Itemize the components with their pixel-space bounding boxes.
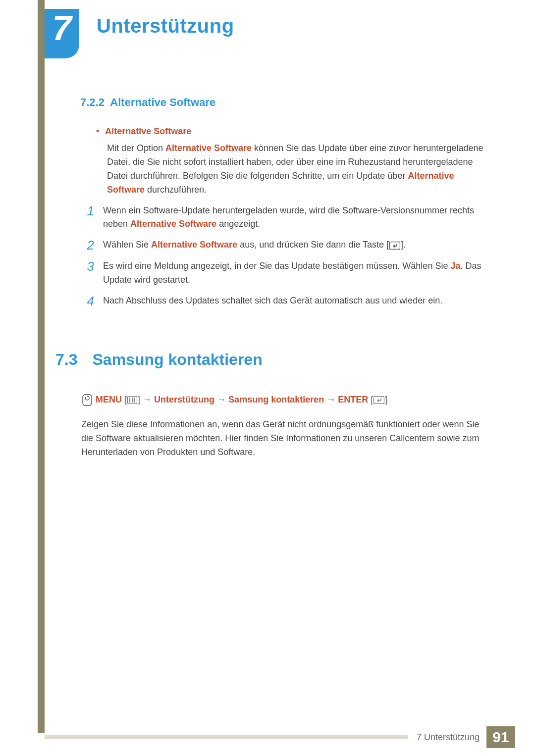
bullet-heading: Alternative Software [105, 125, 191, 139]
intro-paragraph: Mit der Option Alternative Software könn… [107, 142, 491, 197]
remote-icon [82, 394, 93, 406]
step-text: Wählen Sie Alternative Software aus, und… [103, 238, 491, 252]
emphasis-ja: Ja [450, 261, 460, 271]
footer-page-number: 91 [486, 726, 515, 748]
step-text: Nach Abschluss des Updates schaltet sich… [103, 294, 491, 308]
step-text: Wenn ein Software-Update heruntergeladen… [103, 204, 491, 232]
step-2: 2 Wählen Sie Alternative Software aus, u… [83, 238, 491, 252]
path-enter: ENTER [338, 395, 368, 404]
footer: 7 Unterstützung 91 [45, 726, 515, 748]
step-4: 4 Nach Abschluss des Updates schaltet si… [83, 294, 491, 308]
bullet-dot-icon: • [96, 127, 99, 136]
path-menu: MENU [96, 395, 122, 404]
step-1: 1 Wenn ein Software-Update heruntergelad… [83, 204, 491, 232]
section-number: 7.3 [55, 348, 77, 372]
section-heading-73: 7.3 Samsung kontaktieren [55, 348, 491, 372]
step-number: 1 [83, 204, 94, 218]
step-text: Es wird eine Meldung angezeigt, in der S… [103, 259, 491, 287]
menu-icon [127, 396, 137, 404]
enter-icon [389, 242, 400, 250]
step-3: 3 Es wird eine Meldung angezeigt, in der… [83, 259, 491, 287]
chapter-tab: 7 [45, 9, 79, 58]
section-title: Alternative Software [110, 96, 215, 108]
menu-path: MENU [] → Unterstützung → Samsung kontak… [81, 393, 491, 407]
chapter-number: 7 [53, 11, 72, 46]
enter-icon [374, 396, 384, 404]
svg-rect-0 [390, 242, 400, 249]
emphasis-alternative-software: Alternative Software [130, 219, 216, 229]
footer-label: 7 Unterstützung [408, 732, 486, 743]
emphasis-alternative-software: Alternative Software [165, 143, 252, 153]
path-unterstuetzung: Unterstützung [154, 395, 214, 404]
section-title: Samsung kontaktieren [92, 348, 262, 372]
svg-rect-6 [374, 397, 384, 404]
page-content: 7.2.2 Alternative Software • Alternative… [55, 94, 491, 459]
path-samsung-kontaktieren: Samsung kontaktieren [228, 395, 324, 404]
section-heading-722: 7.2.2 Alternative Software [80, 94, 491, 111]
step-number: 4 [83, 294, 94, 308]
footer-divider [45, 735, 408, 739]
emphasis-alternative-software: Alternative Software [151, 240, 237, 250]
chapter-title: Unterstützung [97, 15, 234, 37]
section-73-body: Zeigen Sie diese Informationen an, wenn … [81, 418, 491, 459]
section-number: 7.2.2 [80, 96, 105, 108]
step-number: 2 [83, 238, 94, 252]
step-number: 3 [83, 259, 94, 274]
sidebar-strip [38, 0, 45, 733]
bullet-alternative-software: • Alternative Software [96, 125, 491, 139]
